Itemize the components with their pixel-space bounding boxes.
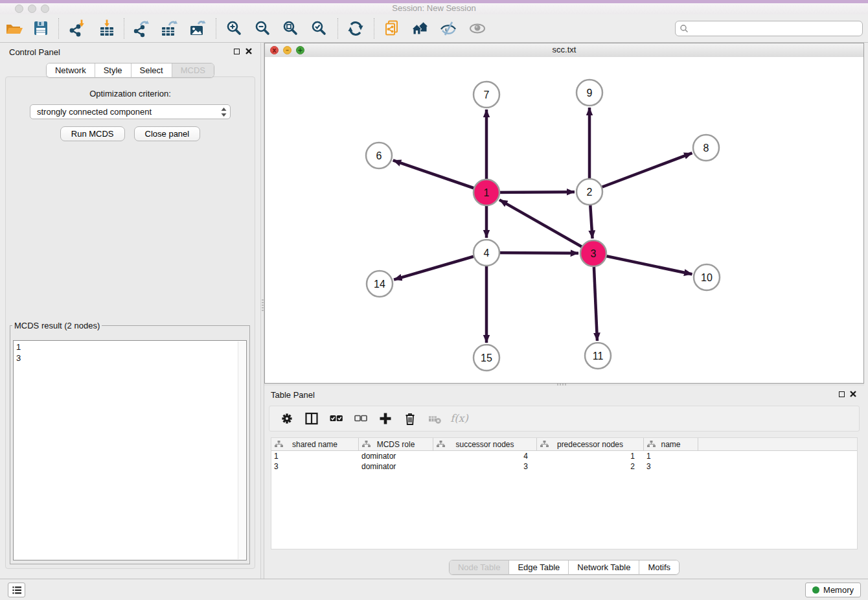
import-network-icon <box>67 19 86 38</box>
tab-style[interactable]: Style <box>95 63 131 77</box>
criterion-label: Optimization criterion: <box>6 89 255 98</box>
mcds-result-group: MCDS result (2 nodes) 13 <box>10 321 250 564</box>
right-column: x – + scc.txt 1234678910111415 Table Pan… <box>264 43 864 579</box>
table-cell: 1 <box>644 452 698 461</box>
deselect-all-button[interactable] <box>348 408 373 430</box>
open-folder-icon <box>5 19 24 38</box>
table-settings-button[interactable] <box>275 408 299 430</box>
graph-edge-3-1[interactable] <box>499 200 593 253</box>
graph-edge-4-3[interactable] <box>486 253 578 253</box>
export-image-button[interactable] <box>187 17 209 40</box>
table-panel-title: Table Panel <box>271 390 315 400</box>
function-builder-button: f(x) <box>447 408 472 430</box>
graph-node-label: 2 <box>587 187 593 198</box>
task-history-button[interactable] <box>8 583 25 597</box>
graph-edge-1-6[interactable] <box>393 160 486 192</box>
control-panel: Control Panel NetworkStyleSelectMCDS Opt… <box>0 43 260 579</box>
control-panel-header: Control Panel <box>0 43 260 61</box>
delete-table-button <box>422 408 447 430</box>
table-row[interactable]: 1dominator411 <box>271 451 857 461</box>
tab-node-table[interactable]: Node Table <box>450 560 509 574</box>
open-session-button[interactable] <box>3 17 25 40</box>
main-region: Control Panel NetworkStyleSelectMCDS Opt… <box>0 43 868 579</box>
main-toolbar <box>0 14 868 43</box>
graph-node-label: 9 <box>587 87 593 98</box>
search-input[interactable] <box>691 23 858 34</box>
mcds-result-textarea[interactable]: 13 <box>13 340 247 560</box>
eye-icon <box>468 19 487 38</box>
search-box[interactable] <box>675 21 863 36</box>
result-scrollbar[interactable] <box>238 341 246 559</box>
hide-panels-button[interactable] <box>437 17 459 40</box>
plus-icon <box>378 411 393 426</box>
save-session-button[interactable] <box>30 17 52 40</box>
tab-mcds[interactable]: MCDS <box>172 63 214 77</box>
network-canvas[interactable]: 1234678910111415 <box>265 57 863 383</box>
column-header-successor-nodes[interactable]: successor nodes <box>433 438 537 450</box>
graph-edge-2-8[interactable] <box>589 153 692 192</box>
export-network-icon <box>131 19 151 38</box>
table-row[interactable]: 3dominator323 <box>271 461 857 472</box>
mcds-panel: Optimization criterion: strongly connect… <box>5 76 255 569</box>
tab-select[interactable]: Select <box>131 63 172 77</box>
network-graph: 1234678910111415 <box>265 57 863 383</box>
close-panel-icon[interactable] <box>849 390 857 398</box>
add-column-button[interactable] <box>373 408 398 430</box>
tab-edge-table[interactable]: Edge Table <box>508 560 568 574</box>
zoom-fit-icon <box>281 19 301 38</box>
close-panel-button[interactable]: Close panel <box>134 126 201 141</box>
memory-label: Memory <box>823 585 854 595</box>
apply-layout-button[interactable] <box>345 17 367 40</box>
network-from-file-button[interactable] <box>381 17 403 40</box>
column-header-mcds-role[interactable]: MCDS role <box>359 438 433 450</box>
float-panel-icon[interactable] <box>234 49 240 54</box>
graph-edge-3-10[interactable] <box>593 253 692 274</box>
graph-node-label: 4 <box>484 248 490 259</box>
select-all-button[interactable] <box>324 408 348 430</box>
import-table-button[interactable] <box>96 17 118 40</box>
column-header-name[interactable]: name <box>644 438 698 450</box>
table-cell: dominator <box>359 462 433 471</box>
show-home-button[interactable] <box>409 17 431 40</box>
tab-motifs[interactable]: Motifs <box>639 560 679 574</box>
save-floppy-icon <box>31 19 51 38</box>
column-header-predecessor-nodes[interactable]: predecessor nodes <box>537 438 644 450</box>
control-panel-tabs-row: NetworkStyleSelectMCDS <box>0 63 260 78</box>
network-document-icon <box>382 19 402 38</box>
select-all-icon <box>328 411 344 426</box>
control-panel-tabs: NetworkStyleSelectMCDS <box>46 63 214 78</box>
delete-columns-button[interactable] <box>398 408 422 430</box>
show-panels-button <box>466 17 488 40</box>
float-panel-icon[interactable] <box>839 391 845 397</box>
toolbar-separator <box>58 18 59 39</box>
mcds-result-title: MCDS result (2 nodes) <box>12 321 102 330</box>
control-panel-title: Control Panel <box>9 47 60 57</box>
split-panel-button[interactable] <box>299 408 324 430</box>
network-window-titlebar: x – + scc.txt <box>265 43 863 58</box>
split-panel-icon <box>304 411 319 426</box>
tab-network-table[interactable]: Network Table <box>568 560 639 574</box>
zoom-selected-button[interactable] <box>308 17 330 40</box>
graph-edge-4-14[interactable] <box>394 253 486 280</box>
column-header-shared-name[interactable]: shared name <box>271 438 359 450</box>
criterion-select[interactable]: strongly connected component <box>30 104 231 119</box>
graph-node-label: 15 <box>481 352 492 363</box>
splitter-grip[interactable] <box>262 299 264 311</box>
zoom-in-button[interactable] <box>223 17 246 40</box>
run-mcds-button[interactable]: Run MCDS <box>60 126 125 141</box>
zoom-fit-button[interactable] <box>280 17 302 40</box>
import-network-button[interactable] <box>65 17 87 40</box>
list-icon <box>11 584 23 596</box>
toolbar-separator <box>124 18 124 39</box>
export-network-button[interactable] <box>130 17 152 40</box>
close-panel-icon[interactable] <box>245 47 253 55</box>
export-table-button[interactable] <box>158 17 180 40</box>
zoom-out-button[interactable] <box>252 17 274 40</box>
tab-network[interactable]: Network <box>47 63 95 77</box>
table-panel-tabs: Node TableEdge TableNetwork TableMotifs <box>449 560 680 575</box>
memory-status-icon <box>812 586 819 594</box>
graph-node-label: 3 <box>591 248 597 259</box>
delete-table-icon <box>427 411 442 426</box>
table-cell: 2 <box>537 462 644 471</box>
memory-button[interactable]: Memory <box>805 583 861 597</box>
